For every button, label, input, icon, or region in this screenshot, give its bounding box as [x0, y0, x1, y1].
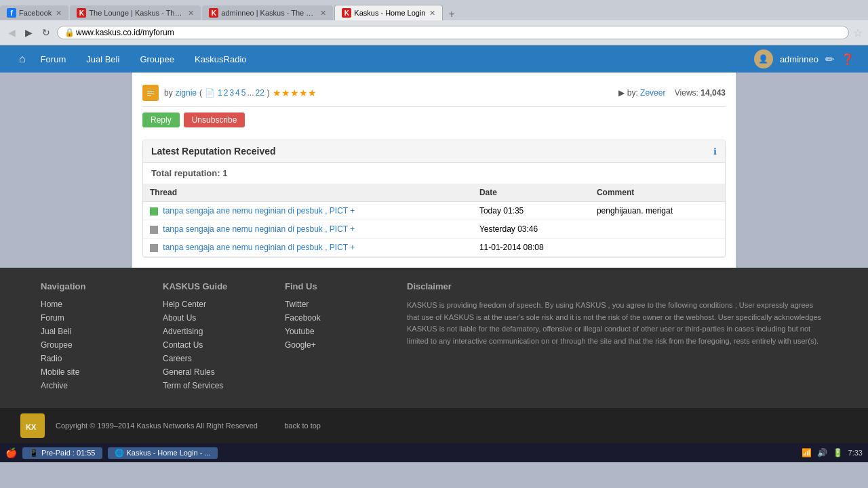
author-link[interactable]: zignie [176, 88, 197, 98]
footer-nav-jualbeli[interactable]: Jual Beli [41, 327, 136, 336]
site-header: ⌂ Forum Jual Beli Groupee KaskusRadio 👤 … [0, 45, 868, 73]
views-count: 14,043 [701, 88, 726, 98]
footer-twitter[interactable]: Twitter [285, 300, 380, 309]
footer-find-us: Find Us Twitter Facebook Youtube Google+ [285, 281, 380, 394]
row3-date: 11-01-2014 08:08 [473, 239, 590, 257]
footer-guide-aboutus[interactable]: About Us [163, 313, 258, 323]
footer-nav-mobile[interactable]: Mobile site [41, 367, 136, 377]
browser-icon: 🌐 [115, 449, 124, 458]
address-bar[interactable]: 🔒 [57, 26, 849, 39]
help-icon[interactable]: ❓ [841, 53, 854, 66]
tab-lounge[interactable]: K The Lounge | Kaskus - The L... ✕ [70, 5, 201, 20]
footer-guide-tos[interactable]: Term of Services [163, 381, 258, 390]
tab-lounge-favicon: K [77, 8, 86, 18]
tab-lounge-close[interactable]: ✕ [188, 9, 194, 18]
footer-nav-radio[interactable]: Radio [41, 354, 136, 363]
page-3[interactable]: 3 [229, 88, 234, 98]
taskbar-left: 🍎 📱 Pre-Paid : 01:55 🌐 Kaskus - Home Log… [5, 447, 218, 459]
bottom-bar: KX Copyright © 1999–2014 Kaskus Networks… [0, 408, 868, 443]
bookmark-button[interactable]: ☆ [853, 26, 863, 39]
page-ellipsis: ... [247, 88, 254, 98]
nav-jualbeli[interactable]: Jual Beli [77, 49, 129, 70]
row3-comment [590, 239, 725, 257]
home-button[interactable]: ⌂ [14, 47, 31, 70]
footer-disclaimer-heading: Disclaimer [407, 281, 827, 291]
nav-forum[interactable]: Forum [31, 49, 76, 70]
apple-icon[interactable]: 🍎 [5, 447, 17, 458]
col-comment: Comment [590, 184, 725, 202]
page-2[interactable]: 2 [224, 88, 229, 98]
tab-home-close[interactable]: ✕ [429, 9, 435, 18]
reputation-total: Total reputation: 1 [143, 163, 725, 184]
taskbar-right: 📶 🔊 🔋 7:33 [802, 448, 863, 458]
thread-pages: 1 2 3 4 5 ... 22 [218, 88, 264, 98]
tab-facebook-close[interactable]: ✕ [56, 9, 62, 18]
reply-button[interactable]: Reply [142, 113, 180, 127]
facebook-favicon: f [7, 8, 16, 18]
avatar: 👤 [754, 49, 773, 68]
tab-adminneo[interactable]: K adminneo | Kaskus - The La... ✕ [202, 5, 333, 20]
nav-menu: Forum Jual Beli Groupee KaskusRadio [31, 49, 754, 70]
tab-bar: f Facebook ✕ K The Lounge | Kaskus - The… [0, 0, 868, 20]
paren-close: ) [267, 88, 270, 98]
page-5[interactable]: 5 [241, 88, 246, 98]
footer-guide-advertising[interactable]: Advertising [163, 327, 258, 336]
footer-youtube[interactable]: Youtube [285, 327, 380, 336]
total-value: 1 [222, 168, 227, 178]
forward-button[interactable]: ▶ [22, 26, 35, 39]
taskbar-browser[interactable]: 🌐 Kaskus - Home Login - ... [108, 447, 218, 459]
edit-icon[interactable]: ✏ [825, 53, 834, 66]
browser-chrome: f Facebook ✕ K The Lounge | Kaskus - The… [0, 0, 868, 45]
refresh-button[interactable]: ↻ [39, 26, 53, 39]
reputation-header: Latest Reputation Received ℹ [143, 140, 725, 163]
tab-adminneo-close[interactable]: ✕ [320, 9, 326, 18]
page-4[interactable]: 4 [235, 88, 240, 98]
prepaid-icon: 📱 [29, 449, 39, 458]
lock-icon: 🔒 [64, 28, 75, 37]
total-label: Total reputation: [151, 168, 220, 178]
new-tab-button[interactable]: + [443, 8, 460, 20]
footer-nav-archive[interactable]: Archive [41, 381, 136, 390]
star-rating: ★★★★★ [273, 87, 317, 98]
footer-guide-heading: KASKUS Guide [163, 281, 258, 291]
footer-disclaimer: Disclaimer KASKUS is providing freedom o… [407, 281, 827, 394]
kaskus-logo-small: KX [20, 413, 45, 438]
tab-adminneo-favicon: K [209, 8, 218, 18]
page-1[interactable]: 1 [218, 88, 222, 98]
row2-link[interactable]: tanpa sengaja ane nemu neginian di pesbu… [163, 224, 355, 234]
back-to-top-link[interactable]: back to top [284, 422, 321, 430]
nav-kaskusradio[interactable]: KaskusRadio [185, 49, 256, 70]
row1-link[interactable]: tanpa sengaja ane nemu neginian di pesbu… [163, 206, 355, 216]
footer-guide-generalrules[interactable]: General Rules [163, 367, 258, 377]
footer-facebook[interactable]: Facebook [285, 313, 380, 323]
table-row: tanpa sengaja ane nemu neginian di pesbu… [143, 239, 725, 257]
header-right: 👤 adminneo ✏ ❓ [754, 49, 854, 68]
thread-bar: by zignie ( 📄 1 2 3 4 5 ... 22 ) ★★★★★ [142, 79, 726, 107]
footer-guide-careers[interactable]: Careers [163, 354, 258, 363]
tab-home-login[interactable]: K Kaskus - Home Login ✕ [334, 5, 443, 20]
wifi-icon: 📶 [802, 448, 812, 458]
last-poster-link[interactable]: Zeveer [640, 88, 665, 98]
nav-groupee[interactable]: Groupee [130, 49, 184, 70]
footer-guide-contactus[interactable]: Contact Us [163, 340, 258, 350]
back-button[interactable]: ◀ [5, 26, 18, 39]
address-bar-row: ◀ ▶ ↻ 🔒 ☆ [0, 20, 868, 45]
footer-nav-forum[interactable]: Forum [41, 313, 136, 323]
footer-guide-helpcenter[interactable]: Help Center [163, 300, 258, 309]
row2-comment [590, 220, 725, 239]
taskbar-prepaid[interactable]: 📱 Pre-Paid : 01:55 [22, 447, 102, 459]
row3-link[interactable]: tanpa sengaja ane nemu neginian di pesbu… [163, 243, 355, 252]
reputation-info-icon[interactable]: ℹ [713, 146, 717, 157]
paren-open: ( [199, 88, 202, 98]
table-row: tanpa sengaja ane nemu neginian di pesbu… [143, 202, 725, 220]
url-input[interactable] [76, 28, 842, 37]
footer-nav-home[interactable]: Home [41, 300, 136, 309]
unsubscribe-button[interactable]: Unsubscribe [184, 113, 245, 127]
page-22[interactable]: 22 [256, 88, 264, 98]
footer-nav-groupee[interactable]: Groupee [41, 340, 136, 350]
action-buttons: Reply Unsubscribe [142, 107, 726, 133]
tab-adminneo-label: adminneo | Kaskus - The La... [221, 9, 316, 17]
footer-disclaimer-text: KASKUS is providing freedom of speech. B… [407, 300, 827, 347]
footer-googleplus[interactable]: Google+ [285, 340, 380, 350]
tab-facebook[interactable]: f Facebook ✕ [0, 5, 68, 20]
